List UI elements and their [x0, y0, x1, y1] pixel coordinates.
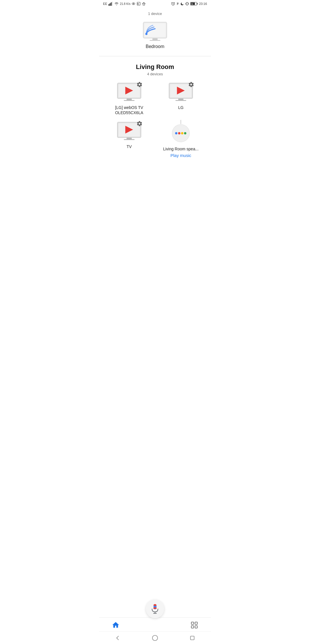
svg-rect-12	[197, 3, 198, 4]
device-lg-webos-label: [LG] webOS TVOLED55CX6LA	[115, 105, 143, 115]
svg-rect-23	[127, 99, 132, 100]
tv-icon-wrapper-2	[168, 82, 194, 103]
svg-rect-33	[127, 138, 132, 139]
bluetooth-icon	[176, 2, 179, 6]
svg-point-19	[145, 33, 148, 35]
device-speaker[interactable]: Living Room spea... Play music	[156, 121, 205, 158]
device-lg-label: LG	[178, 105, 184, 110]
svg-rect-17	[152, 38, 158, 40]
bedroom-device[interactable]: Bedroom	[142, 21, 168, 49]
svg-rect-10	[187, 2, 188, 5]
battery-icon: 76	[190, 2, 198, 6]
svg-rect-0	[108, 4, 109, 6]
living-room-device-count: 4 devices	[147, 72, 163, 76]
time-label: 23:16	[199, 2, 207, 5]
svg-point-39	[181, 132, 183, 135]
svg-rect-24	[124, 100, 135, 101]
svg-point-38	[178, 132, 180, 135]
google-home-icon	[169, 120, 192, 145]
svg-rect-34	[124, 139, 135, 140]
eye-icon	[131, 2, 135, 5]
gear-icon[interactable]	[136, 81, 143, 88]
device-tv[interactable]: TV	[105, 121, 154, 158]
svg-rect-1	[110, 3, 111, 6]
svg-point-37	[175, 132, 177, 135]
svg-rect-3	[112, 2, 113, 6]
svg-point-36	[172, 124, 190, 142]
device-lg[interactable]: LG	[156, 82, 205, 115]
vibrate-icon	[185, 2, 189, 6]
svg-point-5	[133, 3, 134, 4]
chromecast-icon	[142, 21, 168, 42]
signal-icon	[108, 2, 113, 6]
gear-icon-2[interactable]	[188, 81, 194, 88]
moon-icon	[180, 2, 184, 6]
status-right: 76 23:16	[171, 2, 207, 6]
gear-icon-3[interactable]	[136, 120, 143, 127]
svg-point-40	[184, 132, 186, 135]
tv-icon-wrapper-3	[116, 121, 142, 142]
alarm-icon	[171, 2, 175, 6]
svg-rect-2	[111, 2, 112, 6]
svg-rect-28	[178, 99, 183, 100]
tv-icon-wrapper-1	[116, 82, 142, 103]
speaker-icon-wrapper	[169, 121, 192, 144]
device-tv-label: TV	[127, 144, 132, 149]
device-speaker-label: Living Room spea...	[163, 146, 199, 152]
nfc-icon: N	[137, 2, 141, 6]
wifi-icon	[114, 2, 119, 6]
svg-text:76: 76	[191, 3, 193, 5]
svg-rect-18	[150, 40, 160, 41]
status-bar: EE 21.8 K/s N	[99, 0, 211, 7]
speed-label: 21.8 K/s	[120, 2, 131, 5]
bedroom-device-label: Bedroom	[146, 44, 164, 49]
svg-text:N: N	[137, 3, 139, 5]
device-lg-webos[interactable]: [LG] webOS TVOLED55CX6LA	[105, 82, 154, 115]
svg-rect-8	[143, 4, 145, 5]
status-left: EE 21.8 K/s N	[103, 2, 146, 6]
bedroom-device-count: 1 device	[148, 12, 162, 16]
play-music-button[interactable]: Play music	[170, 153, 191, 158]
living-room-device-grid: [LG] webOS TVOLED55CX6LA LG	[99, 82, 211, 158]
bedroom-section: 1 device Bedroom	[99, 7, 211, 56]
main-content: 1 device Bedroom Living Room 4 devices	[99, 7, 211, 162]
svg-rect-29	[175, 100, 186, 101]
home-status-icon	[142, 2, 146, 6]
carrier-label: EE	[103, 2, 107, 5]
living-room-title: Living Room	[136, 63, 174, 71]
living-room-section: Living Room 4 devices [LG]	[99, 56, 211, 162]
